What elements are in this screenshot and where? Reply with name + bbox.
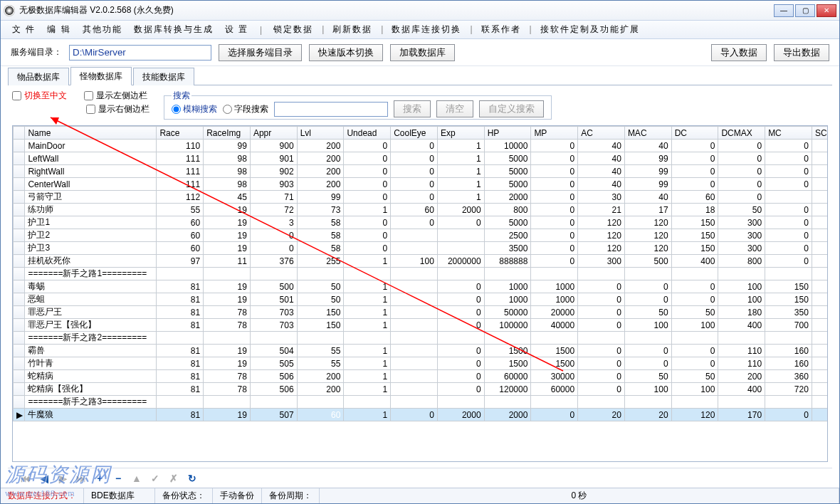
- table-row[interactable]: MainDoor110999002000011000004040000: [14, 140, 828, 152]
- table-row[interactable]: 竹叶青81195055510150015000001101600: [14, 357, 828, 370]
- custom-search-button[interactable]: 自定义搜索: [479, 100, 544, 117]
- nav-add[interactable]: +: [93, 472, 106, 485]
- path-input[interactable]: [69, 45, 211, 61]
- search-group: 搜索 模糊搜索 字段搜索 搜索 清空 自定义搜索: [164, 90, 552, 120]
- menubar: 文 件编 辑其他功能数据库转换与生成设 置 | 锁定数据|刷新数据|数据库连接切…: [1, 21, 839, 39]
- table-row[interactable]: =======新手之路2=========: [14, 332, 828, 345]
- menu-action-0[interactable]: 锁定数据: [268, 23, 319, 36]
- titlebar: 无极数据库编辑器 V2.0.2.568 (永久免费) — ▢ ✕: [1, 1, 839, 21]
- col-Undead[interactable]: Undead: [344, 127, 391, 140]
- nav-edit[interactable]: ▲: [130, 472, 143, 485]
- nav-refresh[interactable]: ↻: [186, 472, 199, 485]
- data-grid[interactable]: NameRaceRaceImgApprLvlUndeadCoolEyeExpHP…: [12, 125, 828, 462]
- import-button[interactable]: 导入数据: [711, 44, 767, 61]
- show-right-checkbox[interactable]: 显示右侧边栏: [86, 103, 149, 115]
- col-HP[interactable]: HP: [484, 127, 531, 140]
- backup-label: 备份状态：: [155, 488, 213, 503]
- cycle-label: 备份周期：: [262, 488, 320, 503]
- minimize-button[interactable]: —: [774, 4, 794, 17]
- col-CoolEye[interactable]: CoolEye: [391, 127, 438, 140]
- load-db-button[interactable]: 加载数据库: [390, 44, 455, 61]
- tab-2[interactable]: 技能数据库: [133, 68, 194, 85]
- export-button[interactable]: 导出数据: [774, 44, 829, 61]
- field-radio[interactable]: 字段搜索: [223, 103, 268, 115]
- menu-action-1[interactable]: 刷新数据: [327, 23, 378, 36]
- show-left-checkbox[interactable]: 显示左侧边栏: [84, 90, 147, 102]
- col-RaceImg[interactable]: RaceImg: [204, 127, 251, 140]
- table-row[interactable]: CenterWall11198903200001500004099000: [14, 178, 828, 191]
- search-input[interactable]: [274, 102, 388, 117]
- table-row[interactable]: 罪恶尸王8178703150105000020000050501803500: [14, 306, 828, 319]
- cycle-value: 0 秒: [320, 488, 839, 503]
- table-row[interactable]: 霸兽81195045510150015000001101600: [14, 345, 828, 357]
- col-DC[interactable]: DC: [671, 127, 718, 140]
- menu-action-4[interactable]: 接软件定制及功能扩展: [535, 23, 646, 36]
- col-MAC[interactable]: MAC: [624, 127, 671, 140]
- toolbar: 服务端目录： 选择服务端目录 快速版本切换 加载数据库 导入数据 导出数据: [1, 39, 839, 66]
- col-Lvl[interactable]: Lvl: [297, 127, 344, 140]
- search-legend: 搜索: [172, 90, 191, 102]
- col-AC[interactable]: AC: [578, 127, 625, 140]
- col-Race[interactable]: Race: [157, 127, 204, 140]
- nav-next[interactable]: ▶: [56, 472, 69, 485]
- fuzzy-radio[interactable]: 模糊搜索: [172, 103, 217, 115]
- table-row[interactable]: 挂机砍死你97113762551100200000088888803005004…: [14, 255, 828, 268]
- tab-0[interactable]: 物品数据库: [8, 68, 69, 85]
- col-Name[interactable]: Name: [25, 127, 157, 140]
- menu-编 辑[interactable]: 编 辑: [41, 23, 76, 36]
- nav-first[interactable]: ⏮: [19, 472, 32, 485]
- table-row[interactable]: 恶蛆81195015010100010000001001500: [14, 293, 828, 306]
- backup-value: 手动备份: [213, 488, 262, 503]
- tabs: 物品数据库怪物数据库技能数据库: [1, 66, 839, 85]
- table-row[interactable]: 练功师5519727316020008000211718500: [14, 204, 828, 216]
- table-row[interactable]: ▶牛魔狼8119507601020002000020201201700: [14, 409, 828, 421]
- conn-value: BDE数据库: [84, 488, 155, 503]
- nav-last[interactable]: ⏭: [75, 472, 88, 485]
- menu-数据库转换与生成[interactable]: 数据库转换与生成: [128, 23, 219, 36]
- col-MP[interactable]: MP: [531, 127, 578, 140]
- clear-button[interactable]: 清空: [436, 100, 473, 117]
- statusbar: 数据库连接方式： BDE数据库 备份状态： 手动备份 备份周期： 0 秒: [1, 488, 839, 503]
- col-Appr[interactable]: Appr: [250, 127, 297, 140]
- table-row[interactable]: 护卫260190580250001201201503000: [14, 229, 828, 242]
- col-MC[interactable]: MC: [765, 127, 812, 140]
- nav-post[interactable]: ✓: [149, 472, 162, 485]
- table-row[interactable]: 蛇精病【强化】817850620010120000600000100100400…: [14, 383, 828, 396]
- table-row[interactable]: LeftWall11198901200001500004099000: [14, 152, 828, 165]
- table-row[interactable]: 罪恶尸王【强化】81787031501010000040000010010040…: [14, 319, 828, 332]
- nav-del[interactable]: −: [112, 472, 125, 485]
- table-row[interactable]: 护卫16019358000500001201201503000: [14, 216, 828, 229]
- col-SC[interactable]: SC: [812, 127, 827, 140]
- app-icon: [4, 5, 15, 16]
- conn-label: 数据库连接方式：: [8, 490, 76, 502]
- menu-文 件[interactable]: 文 件: [6, 23, 41, 36]
- table-row[interactable]: =======新手之路1=========: [14, 268, 828, 280]
- col-DCMAX[interactable]: DCMAX: [718, 127, 765, 140]
- tab-1[interactable]: 怪物数据库: [70, 67, 132, 85]
- close-button[interactable]: ✕: [817, 4, 836, 17]
- quick-switch-button[interactable]: 快速版本切换: [309, 44, 383, 61]
- panel: 切换至中文 显示左侧边栏 显示右侧边栏 搜索 模糊搜索 字段搜索 搜索 清空 自…: [8, 85, 832, 462]
- nav-cancel[interactable]: ✗: [167, 472, 180, 485]
- table-row[interactable]: 护卫360190580350001201201503000: [14, 242, 828, 255]
- table-row[interactable]: =======新手之路3=========: [14, 396, 828, 409]
- menu-设 置[interactable]: 设 置: [219, 23, 254, 36]
- choose-dir-button[interactable]: 选择服务端目录: [219, 44, 302, 61]
- search-button[interactable]: 搜索: [394, 100, 431, 117]
- col-Exp[interactable]: Exp: [437, 127, 484, 140]
- table-row[interactable]: 毒蜴81195005010100010000001001500: [14, 280, 828, 293]
- maximize-button[interactable]: ▢: [795, 4, 815, 17]
- table-row[interactable]: 弓箭守卫112457199001200003040600: [14, 191, 828, 204]
- switch-cn-checkbox[interactable]: 切换至中文: [12, 90, 67, 102]
- nav-prev[interactable]: ◀: [38, 472, 51, 485]
- table-row[interactable]: RightWall11198902200001500004099000: [14, 165, 828, 178]
- window-title: 无极数据库编辑器 V2.0.2.568 (永久免费): [19, 4, 774, 16]
- record-navigator: ⏮ ◀ ▶ ⏭ + − ▲ ✓ ✗ ↻: [8, 468, 832, 488]
- table-row[interactable]: 蛇精病8178506200106000030000050502003600: [14, 370, 828, 383]
- menu-action-3[interactable]: 联系作者: [476, 23, 527, 36]
- menu-action-2[interactable]: 数据库连接切换: [386, 23, 467, 36]
- path-label: 服务端目录：: [11, 46, 62, 58]
- menu-其他功能[interactable]: 其他功能: [77, 23, 128, 36]
